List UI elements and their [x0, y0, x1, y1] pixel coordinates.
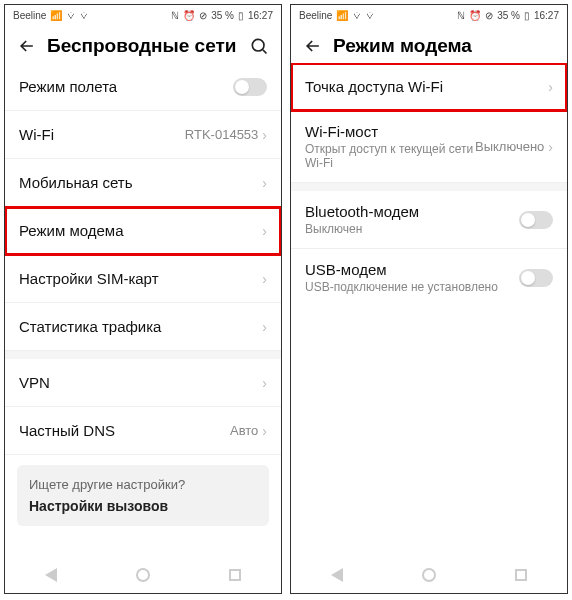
row-label: Частный DNS: [19, 422, 230, 439]
row-wifi-bridge[interactable]: Wi-Fi-мост Открыт доступ к текущей сети …: [291, 111, 567, 183]
row-sim-settings[interactable]: Настройки SIM-карт ›: [5, 255, 281, 303]
chevron-right-icon: ›: [262, 271, 267, 287]
nav-home-icon[interactable]: [136, 568, 150, 582]
status-bar: Beeline 📶 ⩒ ⩒ ℕ ⏰ ⊘ 35 % ▯ 16:27: [5, 5, 281, 25]
voice-icons: ⩒ ⩒: [352, 10, 375, 21]
row-usb-tether[interactable]: USB-модем USB-подключение не установлено: [291, 249, 567, 306]
dnd-icon: ⊘: [199, 10, 207, 21]
svg-point-0: [252, 39, 264, 51]
footer-question: Ищете другие настройки?: [29, 477, 257, 492]
section-divider: [5, 351, 281, 359]
alarm-icon: ⏰: [183, 10, 195, 21]
battery-icon: ▯: [524, 10, 530, 21]
row-value: Авто: [230, 423, 258, 438]
nav-back-icon[interactable]: [45, 568, 57, 582]
row-vpn[interactable]: VPN ›: [5, 359, 281, 407]
clock-label: 16:27: [534, 10, 559, 21]
chevron-right-icon: ›: [548, 139, 553, 155]
row-mobile-network[interactable]: Мобильная сеть ›: [5, 159, 281, 207]
row-sublabel: Выключен: [305, 222, 519, 236]
row-label: VPN: [19, 374, 262, 391]
nav-home-icon[interactable]: [422, 568, 436, 582]
screen-tethering: Beeline 📶 ⩒ ⩒ ℕ ⏰ ⊘ 35 % ▯ 16:27 Режим м…: [290, 4, 568, 594]
nfc-icon: ℕ: [171, 10, 179, 21]
row-airplane-mode[interactable]: Режим полета: [5, 63, 281, 111]
row-wifi[interactable]: Wi-Fi RTK-014553 ›: [5, 111, 281, 159]
voice-icons: ⩒ ⩒: [66, 10, 89, 21]
row-label: Точка доступа Wi-Fi: [305, 78, 548, 95]
row-label: Режим модема: [19, 222, 262, 239]
chevron-right-icon: ›: [548, 79, 553, 95]
row-sublabel: USB-подключение не установлено: [305, 280, 519, 294]
row-label: Статистика трафика: [19, 318, 262, 335]
toggle-bt-tether[interactable]: [519, 211, 553, 229]
signal-icon: 📶: [336, 10, 348, 21]
status-bar: Beeline 📶 ⩒ ⩒ ℕ ⏰ ⊘ 35 % ▯ 16:27: [291, 5, 567, 25]
row-label: USB-модем: [305, 261, 519, 278]
nav-bar: [5, 557, 281, 593]
toggle-usb-tether[interactable]: [519, 269, 553, 287]
row-tethering[interactable]: Режим модема ›: [5, 207, 281, 255]
call-settings-link[interactable]: Настройки вызовов: [29, 498, 257, 514]
row-bluetooth-tether[interactable]: Bluetooth-модем Выключен: [291, 191, 567, 249]
battery-label: 35 %: [211, 10, 234, 21]
chevron-right-icon: ›: [262, 223, 267, 239]
nav-recent-icon[interactable]: [515, 569, 527, 581]
header: Режим модема: [291, 25, 567, 63]
row-wifi-hotspot[interactable]: Точка доступа Wi-Fi ›: [291, 63, 567, 111]
back-icon[interactable]: [17, 36, 37, 56]
signal-icon: 📶: [50, 10, 62, 21]
clock-label: 16:27: [248, 10, 273, 21]
row-traffic-stats[interactable]: Статистика трафика ›: [5, 303, 281, 351]
row-label: Wi-Fi: [19, 126, 185, 143]
dnd-icon: ⊘: [485, 10, 493, 21]
row-value: Выключено: [475, 139, 544, 154]
row-label: Bluetooth-модем: [305, 203, 519, 220]
section-divider: [291, 183, 567, 191]
row-label: Wi-Fi-мост: [305, 123, 475, 140]
chevron-right-icon: ›: [262, 423, 267, 439]
nav-bar: [291, 557, 567, 593]
battery-label: 35 %: [497, 10, 520, 21]
row-label: Настройки SIM-карт: [19, 270, 262, 287]
search-icon[interactable]: [249, 36, 269, 56]
chevron-right-icon: ›: [262, 375, 267, 391]
nav-back-icon[interactable]: [331, 568, 343, 582]
chevron-right-icon: ›: [262, 127, 267, 143]
screen-wireless-settings: Beeline 📶 ⩒ ⩒ ℕ ⏰ ⊘ 35 % ▯ 16:27 Беспров…: [4, 4, 282, 594]
row-value: RTK-014553: [185, 127, 258, 142]
battery-icon: ▯: [238, 10, 244, 21]
toggle-airplane[interactable]: [233, 78, 267, 96]
row-private-dns[interactable]: Частный DNS Авто ›: [5, 407, 281, 455]
row-label: Мобильная сеть: [19, 174, 262, 191]
other-settings-card: Ищете другие настройки? Настройки вызово…: [17, 465, 269, 526]
carrier-label: Beeline: [299, 10, 332, 21]
page-title: Режим модема: [333, 35, 555, 57]
carrier-label: Beeline: [13, 10, 46, 21]
page-title: Беспроводные сети: [47, 35, 239, 57]
chevron-right-icon: ›: [262, 319, 267, 335]
nav-recent-icon[interactable]: [229, 569, 241, 581]
alarm-icon: ⏰: [469, 10, 481, 21]
row-label: Режим полета: [19, 78, 233, 95]
header: Беспроводные сети: [5, 25, 281, 63]
nfc-icon: ℕ: [457, 10, 465, 21]
row-sublabel: Открыт доступ к текущей сети Wi-Fi: [305, 142, 475, 170]
back-icon[interactable]: [303, 36, 323, 56]
chevron-right-icon: ›: [262, 175, 267, 191]
